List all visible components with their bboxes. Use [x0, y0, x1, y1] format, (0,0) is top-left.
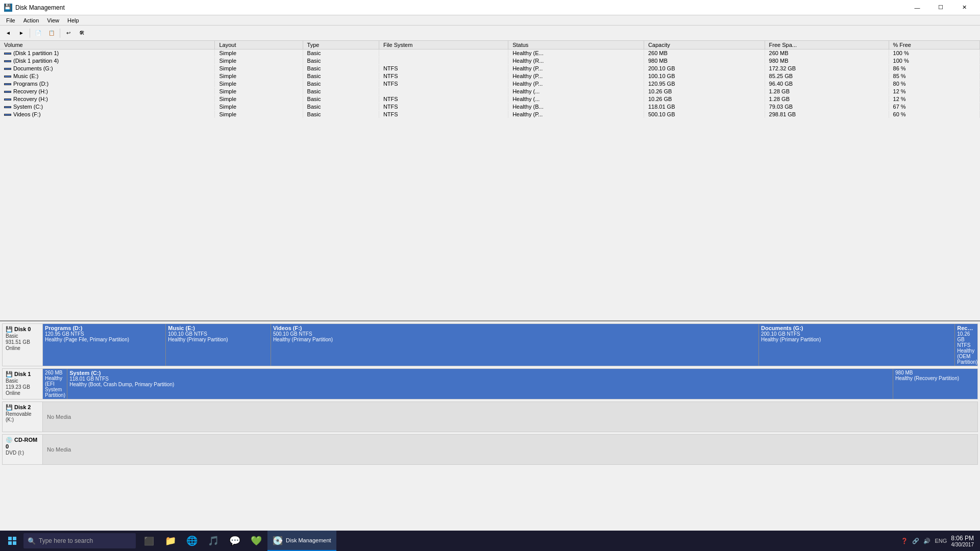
menu-action[interactable]: Action — [19, 16, 43, 24]
toolbar-btn-3[interactable]: ↩ — [62, 28, 75, 39]
disk-status: Online — [6, 390, 39, 396]
partition[interactable]: Music (E:) 100.10 GB NTFS Healthy (Prima… — [166, 324, 271, 366]
disk-type: Basic — [6, 378, 39, 384]
table-row[interactable]: System (C:) Simple Basic NTFS Healthy (B… — [0, 103, 980, 111]
col-type[interactable]: Type — [303, 41, 379, 49]
skype-button[interactable]: 💬 — [225, 531, 245, 551]
table-row[interactable]: Programs (D:) Simple Basic NTFS Healthy … — [0, 80, 980, 88]
partition[interactable]: Recovery (H:) 10.26 GB NTFS Healthy (OEM… — [955, 324, 977, 366]
cell-pct: 67 % — [889, 103, 979, 111]
toolbar-btn-1[interactable]: 📄 — [32, 28, 44, 39]
table-row[interactable]: Recovery (H:) Simple Basic NTFS Healthy … — [0, 95, 980, 103]
file-explorer-button[interactable]: 📁 — [160, 531, 181, 551]
partition[interactable]: Documents (G:) 200.10 GB NTFS Healthy (P… — [759, 324, 955, 366]
cell-fs — [379, 49, 508, 57]
cell-layout: Simple — [215, 88, 303, 95]
disk-name: 💾 Disk 0 — [6, 326, 39, 333]
menu-view[interactable]: View — [43, 16, 63, 24]
no-media-label: No Media — [47, 446, 71, 453]
toolbar-btn-4[interactable]: 🛠 — [76, 28, 88, 39]
taskbar-clock[interactable]: 8:06 PM 4/30/2017 — [951, 535, 974, 547]
partition-size: 500.10 GB NTFS — [273, 331, 756, 337]
cell-volume: Videos (F:) — [0, 111, 215, 118]
cell-free: 298.81 GB — [765, 111, 889, 118]
taskbar-search[interactable]: 🔍 Type here to search — [23, 533, 136, 548]
partition-info: Healthy (Primary Partition) — [168, 337, 268, 342]
tray-lang[interactable]: ENG — [935, 538, 947, 544]
wechat-button[interactable]: 💚 — [246, 531, 266, 551]
cell-status: Healthy (B... — [508, 103, 644, 111]
col-filesystem[interactable]: File System — [379, 41, 508, 49]
col-pctfree[interactable]: % Free — [889, 41, 979, 49]
cell-layout: Simple — [215, 49, 303, 57]
cell-type: Basic — [303, 80, 379, 88]
taskbar-right: ❓ 🔗 🔊 ENG 8:06 PM 4/30/2017 — [897, 535, 978, 547]
partition-name: Music (E:) — [168, 325, 268, 331]
partition[interactable]: Videos (F:) 500.10 GB NTFS Healthy (Prim… — [271, 324, 759, 366]
table-row[interactable]: Videos (F:) Simple Basic NTFS Healthy (P… — [0, 111, 980, 118]
menu-help[interactable]: Help — [63, 16, 83, 24]
cell-free: 85.25 GB — [765, 72, 889, 80]
cell-status: Healthy (P... — [508, 65, 644, 72]
partition[interactable]: Programs (D:) 120.95 GB NTFS Healthy (Pa… — [43, 324, 166, 366]
disk-management-taskbar-app[interactable]: 💽 Disk Management — [267, 531, 336, 551]
col-freespace[interactable]: Free Spa... — [765, 41, 889, 49]
partition[interactable]: 980 MB Healthy (Recovery Partition) — [893, 369, 977, 399]
col-volume[interactable]: Volume — [0, 41, 215, 49]
cell-fs — [379, 88, 508, 95]
partition[interactable]: 260 MB Healthy (EFI System Partition) — [43, 369, 67, 399]
disk-name: 💿 CD-ROM 0 — [6, 437, 39, 449]
menu-file[interactable]: File — [2, 16, 19, 24]
cell-pct: 85 % — [889, 72, 979, 80]
cell-free: 1.28 GB — [765, 88, 889, 95]
cell-type: Basic — [303, 103, 379, 111]
minimize-button[interactable]: — — [905, 0, 929, 15]
cell-status: Healthy (P... — [508, 111, 644, 118]
table-row[interactable]: Documents (G:) Simple Basic NTFS Healthy… — [0, 65, 980, 72]
close-button[interactable]: ✕ — [952, 0, 976, 15]
table-row[interactable]: (Disk 1 partition 4) Simple Basic Health… — [0, 57, 980, 65]
chrome-button[interactable]: 🌐 — [182, 531, 202, 551]
cell-layout: Simple — [215, 65, 303, 72]
cell-fs: NTFS — [379, 65, 508, 72]
col-capacity[interactable]: Capacity — [644, 41, 765, 49]
toolbar-separator-1 — [30, 29, 30, 38]
start-button[interactable] — [2, 531, 22, 551]
cell-status: Healthy (P... — [508, 80, 644, 88]
toolbar-separator-2 — [60, 29, 60, 38]
main-content: Volume Layout Type File System Status Ca… — [0, 41, 980, 536]
tray-network[interactable]: 🔗 — [912, 538, 919, 544]
task-view-button[interactable]: ⬛ — [139, 531, 159, 551]
tray-volume[interactable]: 🔊 — [923, 538, 930, 544]
table-row[interactable]: Recovery (H:) Simple Basic Healthy (... … — [0, 88, 980, 95]
cell-capacity: 200.10 GB — [644, 65, 765, 72]
cell-status: Healthy (E... — [508, 49, 644, 57]
table-row[interactable]: Music (E:) Simple Basic NTFS Healthy (P.… — [0, 72, 980, 80]
partition-name: Documents (G:) — [761, 325, 952, 331]
cell-type: Basic — [303, 57, 379, 65]
forward-button[interactable]: ► — [15, 28, 28, 39]
col-status[interactable]: Status — [508, 41, 644, 49]
cell-volume: System (C:) — [0, 103, 215, 111]
search-placeholder: Type here to search — [39, 537, 93, 544]
toolbar-btn-2[interactable]: 📋 — [45, 28, 58, 39]
partition[interactable]: System (C:) 118.01 GB NTFS Healthy (Boot… — [67, 369, 893, 399]
itunes-button[interactable]: 🎵 — [203, 531, 224, 551]
disk-row: 💾 Disk 0 Basic 931.51 GB Online Programs… — [2, 323, 978, 366]
table-row[interactable]: (Disk 1 partition 1) Simple Basic Health… — [0, 49, 980, 57]
tray-help[interactable]: ❓ — [901, 538, 908, 544]
cell-capacity: 10.26 GB — [644, 95, 765, 103]
disk-size: 119.23 GB — [6, 384, 39, 390]
disk-label: 💾 Disk 0 Basic 931.51 GB Online — [2, 323, 43, 366]
cell-type: Basic — [303, 95, 379, 103]
volumes-table: Volume Layout Type File System Status Ca… — [0, 41, 980, 118]
cell-fs — [379, 57, 508, 65]
col-layout[interactable]: Layout — [215, 41, 303, 49]
disk-type: Removable (K:) — [6, 411, 39, 422]
cell-volume: Recovery (H:) — [0, 95, 215, 103]
cell-status: Healthy (... — [508, 95, 644, 103]
window-controls: — ☐ ✕ — [905, 0, 976, 15]
app-icon: 💾 — [4, 4, 12, 12]
maximize-button[interactable]: ☐ — [929, 0, 952, 15]
back-button[interactable]: ◄ — [2, 28, 14, 39]
